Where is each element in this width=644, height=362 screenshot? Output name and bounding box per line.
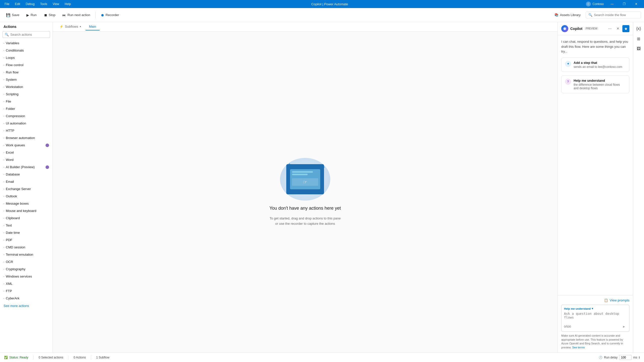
close-button[interactable]: ✕	[630, 0, 642, 8]
chevron-icon: ›	[4, 275, 4, 278]
action-item-outlook[interactable]: › Outlook	[0, 193, 53, 200]
variables-panel-button[interactable]: {x}	[634, 24, 643, 33]
action-item-scripting[interactable]: › Scripting	[0, 90, 53, 98]
chevron-icon: ›	[4, 166, 4, 168]
maximize-button[interactable]: ❐	[618, 0, 630, 8]
action-item-excel[interactable]: › Excel	[0, 149, 53, 156]
tab-main[interactable]: Main	[86, 23, 100, 30]
chevron-icon: ›	[4, 202, 4, 205]
copilot-text-input[interactable]	[564, 312, 627, 322]
search-actions-input[interactable]	[10, 33, 48, 36]
chevron-icon: ›	[4, 137, 4, 139]
action-item-cmd-session[interactable]: › CMD session	[0, 244, 53, 251]
action-item-message-boxes[interactable]: › Message boxes	[0, 200, 53, 207]
action-item-work-queues[interactable]: › Work queues	[0, 142, 53, 149]
recorder-button[interactable]: ⏺ Recorder	[98, 12, 122, 19]
search-flow-input[interactable]	[594, 13, 638, 17]
ui-elements-icon: ⊞	[637, 36, 640, 41]
action-item-word[interactable]: › Word	[0, 156, 53, 163]
action-item-loops[interactable]: › Loops	[0, 54, 53, 61]
action-item-cyberark[interactable]: › CyberArk	[0, 295, 53, 302]
action-item-date-time[interactable]: › Date time	[0, 229, 53, 236]
action-item-flow-control[interactable]: › Flow control	[0, 61, 53, 69]
copilot-suggestion-2[interactable]: ? Help me understand the difference betw…	[561, 75, 629, 93]
save-button[interactable]: 💾 Save	[3, 12, 22, 19]
toolbar-right: 📚 Assets Library 🔍	[551, 12, 641, 18]
variables-icon: {x}	[636, 26, 641, 31]
status-separator-2	[68, 355, 68, 359]
search-actions-container[interactable]: 🔍	[3, 31, 50, 38]
action-item-windows-services[interactable]: › Windows services	[0, 273, 53, 280]
action-item-xml[interactable]: › XML	[0, 280, 53, 287]
copilot-close-button[interactable]: ✕	[614, 25, 621, 32]
action-item-ai-builder[interactable]: › AI Builder (Preview)	[0, 163, 53, 171]
action-item-database[interactable]: › Database	[0, 171, 53, 178]
copilot-active-button[interactable]	[622, 25, 629, 32]
copilot-context-label[interactable]: Help me understand ▾	[564, 307, 627, 310]
flow-tabs: ⚡ Subflows ▾ Main	[53, 22, 557, 32]
subflows-dropdown-icon[interactable]: ▾	[80, 25, 81, 28]
action-item-run-flow[interactable]: › Run flow	[0, 69, 53, 76]
see-more-actions[interactable]: See more actions	[0, 302, 53, 310]
tab-subflows[interactable]: ⚡ Subflows ▾	[56, 23, 85, 30]
action-item-system[interactable]: › System	[0, 76, 53, 83]
copilot-suggestion-1[interactable]: ✦ Add a step that sends an email to lee@…	[561, 58, 629, 72]
sparkle-icon-3: ·	[284, 188, 285, 191]
images-button[interactable]: 🖼	[634, 44, 643, 53]
action-item-http[interactable]: › HTTP	[0, 127, 53, 134]
run-button[interactable]: ▶ Run	[23, 12, 40, 19]
action-item-compression[interactable]: › Compression	[0, 112, 53, 120]
action-item-variables[interactable]: › Variables	[0, 39, 53, 47]
assets-library-button[interactable]: 📚 Assets Library	[551, 12, 584, 18]
menu-file[interactable]: File	[2, 2, 12, 6]
action-item-file[interactable]: › File	[0, 98, 53, 105]
action-item-folder[interactable]: › Folder	[0, 105, 53, 112]
action-item-clipboard[interactable]: › Clipboard	[0, 214, 53, 222]
chevron-icon: ›	[4, 239, 4, 241]
chevron-icon: ›	[4, 151, 4, 154]
right-icons-panel: {x} ⊞ 🖼	[633, 22, 644, 352]
run-delay-container: 🕐 Run delay ms ℹ	[599, 355, 640, 360]
run-next-icon: ⏭	[62, 13, 66, 17]
action-item-workstation[interactable]: › Workstation	[0, 83, 53, 90]
run-icon: ▶	[26, 13, 29, 17]
copilot-more-button[interactable]: ⋯	[606, 25, 613, 32]
char-count: 0/500	[564, 325, 571, 328]
action-item-exchange-server[interactable]: › Exchange Server	[0, 185, 53, 193]
chevron-icon: ›	[4, 42, 4, 44]
action-item-terminal-emulation[interactable]: › Terminal emulation	[0, 251, 53, 258]
cursor-icon: ☞	[303, 179, 307, 185]
stop-button[interactable]: ⏹ Stop	[41, 12, 59, 19]
send-button[interactable]: ➤	[621, 324, 627, 330]
status-ready-icon: ✅	[4, 356, 8, 359]
action-item-mouse-keyboard[interactable]: › Mouse and keyboard	[0, 207, 53, 214]
ai-builder-badge	[46, 165, 49, 169]
menu-edit[interactable]: Edit	[12, 2, 23, 6]
action-item-cryptography[interactable]: › Cryptography	[0, 265, 53, 273]
run-next-button[interactable]: ⏭ Run next action	[59, 12, 93, 19]
action-item-browser-automation[interactable]: › Browser automation	[0, 134, 53, 142]
context-chevron-icon: ▾	[592, 307, 593, 310]
ui-elements-button[interactable]: ⊞	[634, 34, 643, 43]
menu-tools[interactable]: Tools	[37, 2, 50, 6]
action-item-text[interactable]: › Text	[0, 222, 53, 229]
action-item-email[interactable]: › Email	[0, 178, 53, 185]
menu-help[interactable]: Help	[62, 2, 73, 6]
action-item-ftp[interactable]: › FTP	[0, 287, 53, 295]
action-item-ocr[interactable]: › OCR	[0, 258, 53, 265]
menu-debug[interactable]: Debug	[23, 2, 37, 6]
actions-panel: Actions 🔍 › Variables › Conditionals › L…	[0, 22, 53, 352]
chevron-icon: ›	[4, 210, 4, 212]
stop-icon: ⏹	[44, 13, 47, 17]
minimize-button[interactable]: —	[606, 0, 618, 8]
see-terms-link[interactable]: See terms	[572, 346, 585, 349]
view-prompts-button[interactable]: 📋 View prompts	[561, 298, 629, 302]
chevron-icon: ›	[4, 268, 4, 270]
action-item-conditionals[interactable]: › Conditionals	[0, 47, 53, 54]
action-item-ui-automation[interactable]: › UI automation	[0, 120, 53, 127]
action-item-pdf[interactable]: › PDF	[0, 236, 53, 244]
chevron-icon: ›	[4, 71, 4, 74]
menu-view[interactable]: View	[50, 2, 62, 6]
search-flow-container[interactable]: 🔍	[586, 12, 641, 18]
run-delay-input[interactable]	[619, 355, 632, 360]
